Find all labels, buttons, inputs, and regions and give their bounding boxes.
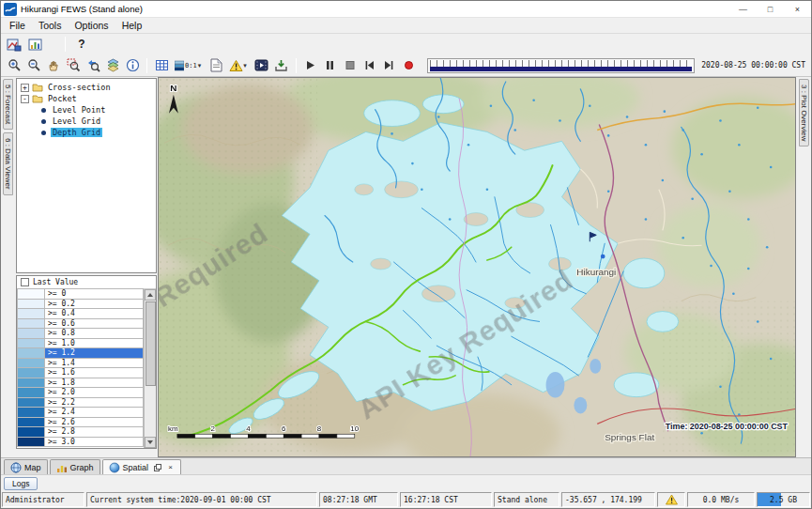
tree-item-label: Cross-section <box>46 83 113 92</box>
minimize-button[interactable]: — <box>729 1 757 17</box>
warning-dropdown[interactable]: ▾ <box>226 56 252 75</box>
app-logo-icon <box>4 3 17 16</box>
left-panel: + Cross-section - Pocket Level Point Lev… <box>15 77 158 457</box>
legend-header: Last Value <box>17 276 156 289</box>
tree-item-level-grid[interactable]: Level Grid <box>17 116 156 127</box>
tab-forecast[interactable]: 5 : Forecast <box>3 79 13 130</box>
sphere-icon <box>109 462 120 473</box>
map-label-springs-flat: Springs Flat <box>605 432 654 442</box>
scroll-thumb[interactable] <box>146 301 156 386</box>
map-canvas[interactable]: API Key Required API Key Required Hikura… <box>158 77 796 457</box>
zoom-previous-button[interactable] <box>84 56 102 75</box>
toolbar-separator <box>65 37 66 52</box>
stop-icon <box>344 59 356 71</box>
bottom-tab-bar: Map Graph Spatial × <box>1 457 811 474</box>
scale-tick-label: 10 <box>350 424 359 433</box>
export-movie-button[interactable] <box>253 56 271 75</box>
scroll-up-button[interactable] <box>145 289 156 301</box>
chevron-down-icon: ▾ <box>243 62 247 69</box>
layers-button[interactable] <box>103 56 122 75</box>
north-label: N <box>170 83 176 93</box>
zoom-box-button[interactable] <box>64 56 83 75</box>
map-document-button[interactable] <box>5 35 23 54</box>
warning-icon <box>229 59 243 72</box>
logs-button[interactable]: Logs <box>4 477 38 490</box>
status-system-time: Current system time:2020-09-01 00:00 CST <box>86 492 317 507</box>
go-to-start-button[interactable] <box>360 56 379 75</box>
info-icon <box>126 58 140 72</box>
status-warning[interactable] <box>657 492 685 507</box>
tree-item-label: Level Grid <box>51 116 102 126</box>
play-button[interactable] <box>301 56 320 75</box>
tree-item-depth-grid[interactable]: Depth Grid <box>17 127 156 138</box>
record-button[interactable] <box>400 56 419 75</box>
arrow-up-icon <box>147 293 153 297</box>
tab-plot-overview[interactable]: 3 : Plot Overview <box>799 79 809 147</box>
zoom-out-icon <box>27 58 41 72</box>
map-svg: API Key Required API Key Required Hikura… <box>159 78 795 456</box>
pan-button[interactable] <box>44 56 63 75</box>
pause-button[interactable] <box>321 56 340 75</box>
grid-display-button[interactable] <box>152 56 171 75</box>
chart-display-button[interactable] <box>26 35 45 54</box>
export-button[interactable] <box>272 56 291 75</box>
classification-dropdown[interactable]: 0:1 ▾ <box>172 56 206 75</box>
undock-tab-button[interactable] <box>153 463 161 471</box>
time-slider[interactable] <box>427 58 696 73</box>
tree-item-level-point[interactable]: Level Point <box>17 104 156 116</box>
maximize-button[interactable]: □ <box>757 1 784 17</box>
node-bullet-icon <box>41 108 46 113</box>
node-bullet-icon <box>41 131 46 135</box>
layers-icon <box>106 58 120 72</box>
scale-tick-label: 8 <box>317 424 322 433</box>
close-tab-button[interactable]: × <box>166 463 175 471</box>
record-icon <box>403 59 415 71</box>
map-label-hikurangi: Hikurangi <box>576 267 616 277</box>
chart-icon <box>28 38 43 52</box>
zoom-out-button[interactable] <box>24 56 43 75</box>
tab-graph[interactable]: Graph <box>50 459 100 474</box>
skip-end-icon <box>383 59 395 71</box>
legend-swatch <box>17 437 45 448</box>
skip-start-icon <box>363 59 375 71</box>
help-button[interactable]: ? <box>72 35 91 54</box>
map-toolbar: 0:1 ▾ ▾ <box>1 54 811 77</box>
stop-button[interactable] <box>341 56 360 75</box>
app-window: Hikurangi FEWS (Stand alone) — □ × File … <box>0 0 812 509</box>
map-time-label: Time: 2020-08-25 00:00:00 CST <box>666 422 789 431</box>
grid-icon <box>155 58 169 72</box>
scale-tick-label: 2 <box>210 424 214 433</box>
pan-hand-icon <box>47 58 61 72</box>
menu-file[interactable]: File <box>3 19 32 32</box>
document-button[interactable] <box>207 56 225 75</box>
zoom-in-button[interactable] <box>5 56 23 75</box>
go-to-end-button[interactable] <box>380 56 399 75</box>
tree-item-pocket[interactable]: - Pocket <box>17 93 156 104</box>
menu-tools[interactable]: Tools <box>32 19 69 32</box>
tab-spatial[interactable]: Spatial × <box>102 459 182 474</box>
toolbar-separator <box>296 58 297 73</box>
expand-icon[interactable]: + <box>21 84 29 92</box>
download-icon <box>274 58 288 72</box>
info-button[interactable] <box>123 56 142 75</box>
legend-list: >= 0 >= 0.2 >= 0.4 >= 0.6 >= 0.8 >= 1.0 … <box>17 289 144 448</box>
tree-item-label: Level Point <box>51 105 107 115</box>
warning-icon <box>666 494 678 505</box>
tree-item-cross-section[interactable]: + Cross-section <box>17 82 156 93</box>
legend-row[interactable]: >= 3.0 <box>17 438 144 448</box>
scroll-down-button[interactable] <box>145 437 156 448</box>
help-icon: ? <box>74 38 88 51</box>
menu-help[interactable]: Help <box>115 19 149 32</box>
legend-header-label: Last Value <box>33 278 78 286</box>
menu-options[interactable]: Options <box>68 19 115 32</box>
zoom-box-icon <box>67 58 81 72</box>
tab-map[interactable]: Map <box>4 459 48 474</box>
legend-scrollbar[interactable] <box>144 289 156 448</box>
zoom-in-icon <box>8 58 22 72</box>
tab-data-viewer[interactable]: 6 : Data Viewer <box>3 132 13 195</box>
collapse-icon[interactable]: - <box>21 95 29 103</box>
close-button[interactable]: × <box>784 1 811 17</box>
last-value-checkbox[interactable] <box>21 278 29 286</box>
time-slider-range <box>430 67 693 71</box>
document-icon <box>210 58 222 72</box>
